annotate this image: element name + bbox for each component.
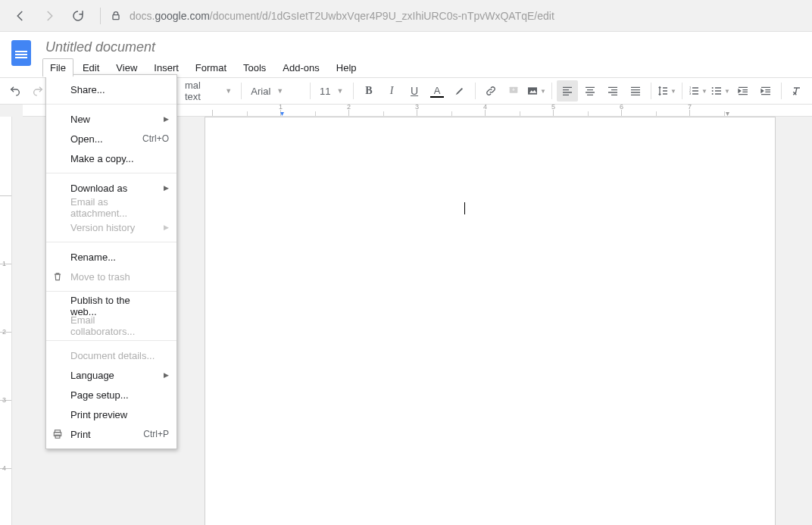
menu-file[interactable]: File — [42, 58, 73, 77]
menu-format[interactable]: Format — [188, 58, 234, 77]
menu-item-print[interactable]: PrintCtrl+P — [46, 424, 176, 444]
svg-point-9 — [712, 90, 714, 92]
menu-item-label: Move to trash — [70, 271, 130, 283]
menu-item-email-as-attachment: Email as attachment... — [46, 198, 176, 217]
document-page[interactable] — [205, 117, 776, 525]
align-justify-button[interactable] — [625, 80, 646, 102]
increase-indent-button[interactable] — [755, 80, 776, 102]
font-family-select[interactable]: Arial▼ — [246, 80, 305, 102]
submenu-arrow-icon: ▶ — [164, 184, 169, 192]
align-center-button[interactable] — [579, 80, 601, 102]
menu-item-label: Email as attachment... — [70, 196, 158, 219]
font-size-select[interactable]: 11▼ — [315, 80, 348, 102]
line-spacing-button[interactable]: ▼ — [656, 80, 677, 102]
text-cursor — [464, 202, 465, 214]
italic-button[interactable]: I — [381, 80, 402, 102]
menu-separator — [46, 242, 176, 242]
font-family-label: Arial — [251, 86, 270, 97]
bulleted-list-button[interactable]: ▼ — [710, 80, 731, 102]
menu-item-rename[interactable]: Rename... — [46, 247, 176, 267]
browser-reload-button[interactable] — [65, 3, 91, 29]
menu-item-page-setup[interactable]: Page setup... — [46, 385, 176, 405]
menu-separator — [46, 173, 176, 173]
font-size-label: 11 — [320, 86, 330, 97]
menu-help[interactable]: Help — [329, 58, 364, 77]
menu-item-print-preview[interactable]: Print preview — [46, 405, 176, 424]
menu-item-make-a-copy[interactable]: Make a copy... — [46, 148, 176, 168]
menu-shortcut: Ctrl+O — [142, 133, 169, 144]
numbered-list-button[interactable]: 123▼ — [687, 80, 708, 102]
menu-item-label: New — [70, 114, 90, 125]
vertical-ruler[interactable]: 1 2 3 4 — [0, 117, 12, 525]
menu-item-label: Open... — [70, 133, 103, 145]
url-path: /document/d/1dGsIetT2UwbxVqer4P9U_zxIhiU… — [210, 10, 554, 22]
browser-toolbar: docs.google.com/document/d/1dGsIetT2Uwbx… — [0, 0, 812, 32]
menu-item-label: Email collaborators... — [70, 314, 158, 337]
menu-item-move-to-trash: Move to trash — [46, 267, 176, 286]
menu-item-document-details: Document details... — [46, 345, 176, 365]
insert-comment-button[interactable]: + — [503, 80, 524, 102]
menu-addons[interactable]: Add-ons — [275, 58, 326, 77]
svg-point-8 — [712, 87, 714, 89]
print-icon — [52, 429, 63, 439]
url-domain: google.com — [155, 10, 209, 22]
menu-item-label: Print preview — [70, 409, 127, 420]
menu-item-label: Version history — [70, 222, 135, 233]
lock-icon — [110, 10, 122, 22]
document-header: Untitled document File Edit View Insert … — [0, 32, 812, 77]
clear-formatting-button[interactable] — [786, 80, 807, 102]
paragraph-style-label: mal text — [185, 80, 219, 102]
menu-item-email-collaborators: Email collaborators... — [46, 316, 176, 336]
submenu-arrow-icon: ▶ — [164, 223, 169, 231]
menu-item-label: Make a copy... — [70, 153, 134, 164]
menu-item-label: Language — [70, 370, 114, 381]
menu-separator — [46, 291, 176, 292]
url-prefix: docs. — [130, 10, 155, 22]
submenu-arrow-icon: ▶ — [164, 371, 169, 379]
svg-text:3: 3 — [689, 92, 692, 95]
menu-item-publish-to-the-web[interactable]: Publish to the web... — [46, 296, 176, 316]
menu-tools[interactable]: Tools — [236, 58, 273, 77]
bold-button[interactable]: B — [358, 80, 379, 102]
insert-image-button[interactable]: ▼ — [526, 80, 547, 102]
align-left-button[interactable] — [557, 80, 578, 102]
trash-icon — [52, 271, 63, 282]
paragraph-style-select[interactable]: mal text▼ — [180, 80, 236, 102]
decrease-indent-button[interactable] — [732, 80, 754, 102]
underline-button[interactable]: U — [404, 80, 425, 102]
left-margin-marker-icon[interactable]: ▾ — [280, 109, 284, 117]
align-right-button[interactable] — [602, 80, 623, 102]
menu-item-language[interactable]: Language▶ — [46, 365, 176, 385]
submenu-arrow-icon: ▶ — [164, 115, 169, 123]
menu-separator — [46, 340, 176, 341]
menu-item-label: Rename... — [70, 252, 116, 263]
svg-rect-0 — [113, 14, 119, 19]
menu-item-version-history: Version history▶ — [46, 217, 176, 237]
undo-button[interactable] — [5, 80, 26, 102]
menu-shortcut: Ctrl+P — [143, 429, 169, 439]
svg-rect-3 — [528, 87, 537, 94]
right-margin-marker-icon[interactable]: ▾ — [726, 109, 729, 117]
insert-link-button[interactable] — [480, 80, 501, 102]
menu-separator — [46, 104, 176, 105]
menu-item-label: Download as — [70, 183, 127, 194]
menu-item-label: Print — [70, 429, 91, 440]
menu-item-label: Page setup... — [70, 389, 129, 401]
menu-item-label: Share... — [70, 84, 105, 95]
document-title[interactable]: Untitled document — [42, 38, 364, 57]
menu-item-download-as[interactable]: Download as▶ — [46, 178, 176, 198]
text-color-button[interactable]: A — [426, 80, 448, 102]
browser-forward-button[interactable] — [36, 3, 62, 29]
docs-logo-icon[interactable] — [6, 38, 36, 68]
menu-item-label: Document details... — [70, 350, 155, 361]
menu-item-share[interactable]: Share... — [46, 80, 176, 99]
svg-point-10 — [712, 93, 714, 95]
url-bar[interactable]: docs.google.com/document/d/1dGsIetT2Uwbx… — [130, 10, 554, 22]
menu-item-open[interactable]: Open...Ctrl+O — [46, 129, 176, 148]
browser-back-button[interactable] — [8, 3, 33, 29]
highlight-button[interactable] — [449, 80, 470, 102]
menu-item-new[interactable]: New▶ — [46, 109, 176, 129]
svg-text:+: + — [512, 87, 515, 92]
file-menu-dropdown: Share...New▶Open...Ctrl+OMake a copy...D… — [45, 74, 177, 449]
separator — [100, 8, 101, 24]
